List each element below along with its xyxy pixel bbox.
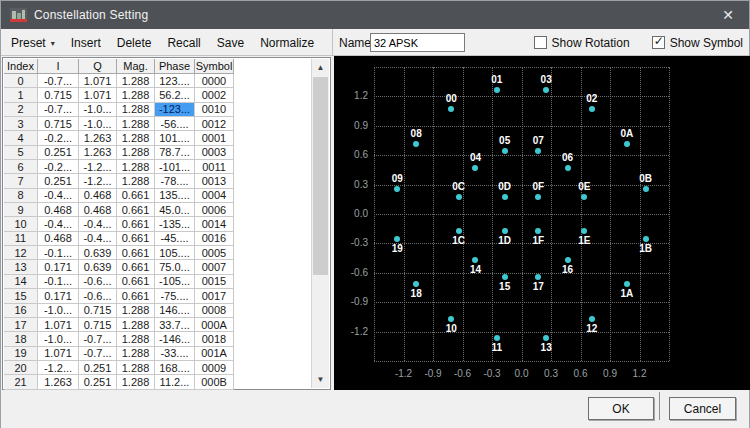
table-cell[interactable]: 0.251: [38, 146, 79, 160]
table-cell[interactable]: 15: [4, 289, 38, 303]
constellation-point[interactable]: [624, 281, 630, 287]
table-cell[interactable]: -0.7...: [79, 332, 117, 346]
constellation-point[interactable]: [472, 165, 478, 171]
constellation-point[interactable]: [624, 141, 630, 147]
table-cell[interactable]: -78....: [155, 174, 195, 188]
table-cell[interactable]: 1.288: [117, 117, 155, 131]
table-cell[interactable]: -0.2...: [38, 131, 79, 145]
table-cell[interactable]: 0.661: [117, 289, 155, 303]
scroll-up-icon[interactable]: ▲: [312, 59, 329, 76]
menu-item-insert[interactable]: Insert: [71, 36, 101, 50]
table-cell[interactable]: 5: [4, 146, 38, 160]
constellation-point[interactable]: [413, 281, 419, 287]
table-cell[interactable]: 18: [4, 332, 38, 346]
constellation-point[interactable]: [589, 106, 595, 112]
table-cell[interactable]: -0.4...: [79, 217, 117, 231]
table-cell[interactable]: 0.715: [38, 88, 79, 102]
column-header-phase[interactable]: Phase: [155, 59, 195, 74]
table-cell[interactable]: 0.661: [117, 203, 155, 217]
constellation-point[interactable]: [589, 316, 595, 322]
table-cell[interactable]: 56.2...: [155, 88, 195, 102]
constellation-point[interactable]: [448, 106, 454, 112]
constellation-point[interactable]: [543, 335, 549, 341]
table-cell[interactable]: 12: [4, 246, 38, 260]
table-cell[interactable]: -135...: [155, 217, 195, 231]
table-cell[interactable]: 1.288: [117, 347, 155, 361]
table-cell[interactable]: 1.263: [79, 131, 117, 145]
table-cell[interactable]: 0017: [195, 289, 234, 303]
constellation-point[interactable]: [643, 186, 649, 192]
constellation-point[interactable]: [502, 148, 508, 154]
table-cell[interactable]: 0002: [195, 88, 234, 102]
name-input[interactable]: [370, 33, 465, 52]
table-cell[interactable]: 0010: [195, 103, 234, 117]
constellation-point[interactable]: [565, 257, 571, 263]
table-cell[interactable]: 11.2...: [155, 375, 195, 389]
table-cell[interactable]: -0.1...: [38, 275, 79, 289]
menu-item-normalize[interactable]: Normalize: [260, 36, 314, 50]
table-cell[interactable]: -101...: [155, 160, 195, 174]
table-cell[interactable]: 0014: [195, 217, 234, 231]
table-cell[interactable]: 1.288: [117, 160, 155, 174]
table-cell[interactable]: 0012: [195, 117, 234, 131]
constellation-point[interactable]: [472, 257, 478, 263]
table-cell[interactable]: 0.171: [38, 289, 79, 303]
table-cell[interactable]: 1.288: [117, 332, 155, 346]
table-cell[interactable]: 2: [4, 103, 38, 117]
constellation-point[interactable]: [394, 236, 400, 242]
table-cell[interactable]: 168....: [155, 361, 195, 375]
table-cell[interactable]: 19: [4, 347, 38, 361]
table-cell[interactable]: -146...: [155, 332, 195, 346]
table-cell[interactable]: 3: [4, 117, 38, 131]
constellation-point[interactable]: [543, 87, 549, 93]
table-cell[interactable]: 1: [4, 88, 38, 102]
table-cell[interactable]: 7: [4, 174, 38, 188]
table-cell[interactable]: 1.071: [79, 74, 117, 88]
table-cell[interactable]: 0015: [195, 275, 234, 289]
table-cell[interactable]: 101....: [155, 131, 195, 145]
menu-item-save[interactable]: Save: [217, 36, 244, 50]
show-rotation-checkbox[interactable]: Show Rotation: [534, 36, 630, 50]
constellation-point[interactable]: [394, 186, 400, 192]
cancel-button[interactable]: Cancel: [669, 397, 736, 420]
table-cell[interactable]: 0.171: [38, 260, 79, 274]
table-cell[interactable]: 10: [4, 217, 38, 231]
table-cell[interactable]: -1.0...: [38, 332, 79, 346]
table-cell[interactable]: 0.468: [79, 189, 117, 203]
table-cell[interactable]: 1.288: [117, 304, 155, 318]
table-cell[interactable]: 1.263: [38, 375, 79, 389]
table-cell[interactable]: 0.661: [117, 232, 155, 246]
table-cell[interactable]: 0.251: [79, 375, 117, 389]
table-cell[interactable]: 0003: [195, 146, 234, 160]
constellation-point[interactable]: [535, 228, 541, 234]
table-cell[interactable]: 78.7...: [155, 146, 195, 160]
constellation-point[interactable]: [581, 228, 587, 234]
constellation-point[interactable]: [456, 228, 462, 234]
table-cell[interactable]: 0005: [195, 246, 234, 260]
table-cell[interactable]: 0.251: [38, 174, 79, 188]
table-cell[interactable]: 13: [4, 260, 38, 274]
table-cell[interactable]: 11: [4, 232, 38, 246]
table-cell[interactable]: 1.288: [117, 103, 155, 117]
table-cell[interactable]: 21: [4, 375, 38, 389]
constellation-point[interactable]: [502, 228, 508, 234]
show-rotation-checkbox-box[interactable]: [534, 36, 547, 49]
table-cell[interactable]: 0.639: [79, 246, 117, 260]
table-cell[interactable]: 0011: [195, 160, 234, 174]
table-cell[interactable]: 16: [4, 304, 38, 318]
column-header-i[interactable]: I: [38, 59, 79, 74]
table-cell[interactable]: 0.251: [79, 361, 117, 375]
table-cell[interactable]: 0.661: [117, 260, 155, 274]
table-cell[interactable]: -1.0...: [38, 304, 79, 318]
table-cell[interactable]: 4: [4, 131, 38, 145]
table-cell[interactable]: 0000: [195, 74, 234, 88]
constellation-point[interactable]: [581, 194, 587, 200]
table-cell[interactable]: -0.7...: [38, 103, 79, 117]
ok-button[interactable]: OK: [588, 397, 654, 420]
table-cell[interactable]: 0.639: [79, 260, 117, 274]
table-cell[interactable]: -0.4...: [79, 232, 117, 246]
table-cell[interactable]: -1.0...: [79, 103, 117, 117]
table-cell[interactable]: 14: [4, 275, 38, 289]
table-cell[interactable]: 1.288: [117, 318, 155, 332]
constellation-point[interactable]: [494, 87, 500, 93]
